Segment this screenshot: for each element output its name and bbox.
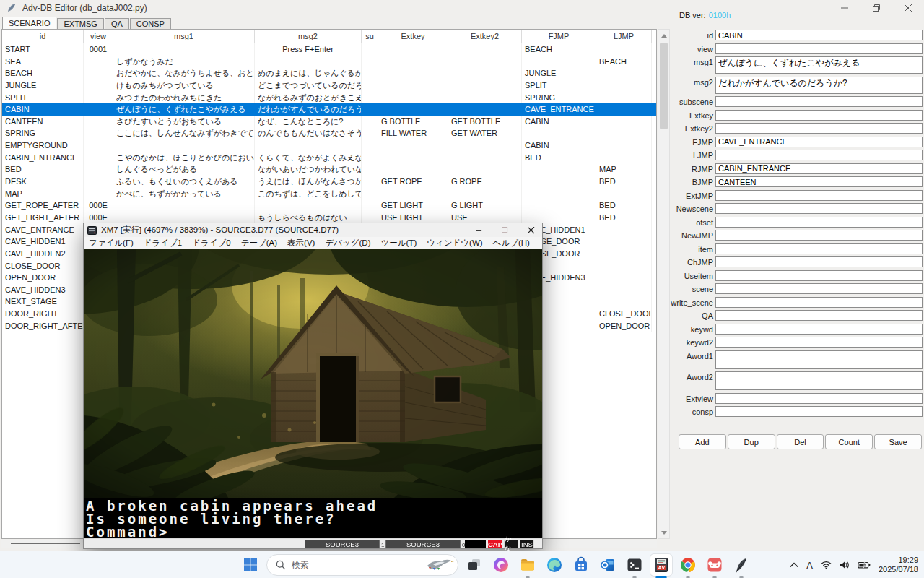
table-vertical-scrollbar[interactable]: [658, 29, 670, 539]
volume-icon[interactable]: [840, 561, 850, 569]
drive1-button[interactable]: SOURCE3: [305, 540, 380, 548]
column-header-view[interactable]: view: [84, 30, 113, 43]
table-row-CANTEEN[interactable]: CANTEENさびたすいとうがおちているなぜ、こんなところに?G BOTTLEG…: [2, 116, 656, 128]
wifi-icon[interactable]: [821, 561, 832, 569]
count-button[interactable]: Count: [825, 434, 873, 449]
field-input-view[interactable]: [715, 43, 923, 54]
xm7-menu-item[interactable]: ファイル(F): [84, 238, 139, 249]
field-input-write_scene[interactable]: [715, 297, 923, 308]
taskbar-icon-copilot[interactable]: [490, 554, 512, 576]
column-header-id[interactable]: id: [2, 30, 84, 43]
column-header-fjmp[interactable]: FJMP: [522, 30, 596, 43]
xm7-titlebar[interactable]: XM7 [実行] (4697% / 3839%) - SOURCE3.D77 (…: [84, 223, 542, 237]
tab-extmsg[interactable]: EXTMSG: [57, 18, 103, 29]
field-input-id[interactable]: [715, 30, 923, 40]
table-row-SPRING[interactable]: SPRINGここには、しんせんなみずがわきでているのんでももんだいはなさそうだF…: [2, 127, 656, 139]
scroll-up-arrow-icon[interactable]: [658, 30, 669, 41]
scroll-down-arrow-icon[interactable]: [658, 527, 669, 538]
table-row-SPLIT[interactable]: SPLITみつまたのわかれみちにきたながれるみずのおとがきこえるSPRING: [2, 92, 656, 104]
taskbar-icon-xm7[interactable]: [650, 554, 672, 576]
xm7-menu-item[interactable]: ドライブ0: [187, 238, 235, 249]
xm7-maximize-button[interactable]: [502, 227, 508, 233]
field-input-LJMP[interactable]: [715, 150, 923, 160]
field-input-Extkey[interactable]: [715, 110, 923, 121]
field-input-msg2[interactable]: [715, 77, 923, 94]
vertical-scroll-thumb[interactable]: [660, 43, 668, 129]
search-box[interactable]: 検索: [266, 554, 458, 576]
tab-scenario[interactable]: SCENARIO: [2, 17, 56, 29]
drive0-button[interactable]: SOURCE3: [385, 540, 461, 548]
taskbar-icon-edge[interactable]: [544, 554, 565, 576]
column-header-ljmp[interactable]: LJMP: [596, 30, 652, 43]
field-input-item[interactable]: [715, 243, 923, 254]
dup-button[interactable]: Dup: [728, 434, 775, 449]
taskbar-icon-store[interactable]: [570, 554, 592, 576]
battery-icon[interactable]: [858, 561, 871, 569]
add-button[interactable]: Add: [679, 434, 726, 449]
field-input-QA[interactable]: [715, 310, 923, 321]
xm7-menu-item[interactable]: テープ(A): [236, 238, 282, 249]
field-input-consp[interactable]: [715, 406, 923, 417]
field-input-FJMP[interactable]: [715, 137, 923, 147]
table-row-START[interactable]: START0001Press F+EnterBEACH: [2, 43, 656, 56]
taskbar-icon-outlook[interactable]: [597, 554, 619, 576]
field-input-Aword2[interactable]: [715, 371, 923, 390]
taskbar-icon-chrome[interactable]: [677, 554, 699, 576]
field-input-ExtJMP[interactable]: [715, 190, 923, 201]
tray-clock[interactable]: 19:29 2025/07/18: [879, 556, 918, 574]
column-header-msg2[interactable]: msg2: [255, 30, 362, 43]
field-input-Newscene[interactable]: [715, 203, 923, 214]
taskbar-icon-python-feather[interactable]: [731, 554, 752, 576]
field-input-msg1[interactable]: [715, 56, 923, 74]
field-input-ofset[interactable]: [715, 217, 923, 228]
xm7-menu-item[interactable]: ドライブ1: [139, 238, 187, 249]
xm7-menu-item[interactable]: ウィンドウ(W): [422, 238, 487, 249]
column-header-extkey2[interactable]: Extkey2: [448, 30, 522, 43]
table-row-EMPTYGROUND[interactable]: EMPTYGROUNDCABIN: [2, 139, 656, 152]
table-row-DESK[interactable]: DESKふるい、もくせいのつくえがあるうえには、ほんがなんさつかあるGET RO…: [2, 176, 656, 188]
taskbar-icon-task-view[interactable]: [463, 554, 485, 576]
field-input-Useitem[interactable]: [715, 270, 923, 281]
del-button[interactable]: Del: [777, 434, 824, 449]
minimize-button[interactable]: [829, 0, 860, 16]
field-input-keywd[interactable]: [715, 324, 923, 335]
save-button[interactable]: Save: [874, 434, 922, 449]
field-input-subscene[interactable]: [715, 96, 923, 107]
tab-qa[interactable]: QA: [105, 18, 129, 29]
field-input-RJMP[interactable]: [715, 163, 923, 174]
column-header-extkey[interactable]: Extkey: [378, 30, 448, 43]
field-input-Aword1[interactable]: [715, 350, 923, 369]
field-input-BJMP[interactable]: [715, 176, 923, 187]
column-header-msg1[interactable]: msg1: [113, 30, 255, 43]
field-input-scene[interactable]: [715, 283, 923, 294]
table-row-GET_ROPE_AFTER[interactable]: GET_ROPE_AFTER000EGET LIGHTG LIGHTBED: [2, 199, 656, 212]
field-input-ChJMP[interactable]: [715, 256, 923, 267]
close-button[interactable]: [892, 0, 924, 16]
column-header-su[interactable]: su: [362, 30, 378, 43]
xm7-menu-item[interactable]: デバッグ(D): [320, 238, 375, 249]
table-row-JUNGLE[interactable]: JUNGLEけものみちがつづいているどこまでつづいているのだろうSPLIT: [2, 79, 656, 92]
ime-indicator[interactable]: A: [806, 560, 813, 571]
table-row-SEA[interactable]: SEAしずかなうみだBEACH: [2, 56, 656, 68]
table-row-CABIN[interactable]: CABINぜんぼうに、くずれたこやがみえるだれかがすんでいるのだろうか?CAVE…: [2, 103, 656, 116]
taskbar-icon-explorer[interactable]: [517, 554, 539, 576]
xm7-close-button[interactable]: [528, 227, 535, 234]
xm7-menu-item[interactable]: ヘルプ(H): [488, 238, 535, 249]
restore-button[interactable]: [860, 0, 892, 16]
table-row-BED[interactable]: BEDしんぐるべっどがあるながいあいだつかわれていないようだMAP: [2, 163, 656, 176]
xm7-menu-item[interactable]: 表示(V): [282, 238, 320, 249]
tab-consp[interactable]: CONSP: [130, 18, 171, 29]
table-row-BEACH[interactable]: BEACHおだやかに、なみがうちよせる、おとがするめのまえには、じゃんぐるがある…: [2, 67, 656, 79]
taskbar-icon-game-app[interactable]: [704, 554, 725, 576]
taskbar-icon-terminal[interactable]: [624, 554, 645, 576]
field-input-Extkey2[interactable]: [715, 123, 923, 134]
start-button[interactable]: [240, 554, 261, 576]
main-titlebar[interactable]: Adv-DB Editor (db_dataJ002.py): [0, 0, 924, 16]
xm7-minimize-button[interactable]: [476, 227, 482, 233]
field-input-keywd2[interactable]: [715, 337, 923, 348]
tray-chevron-up-icon[interactable]: [790, 562, 798, 568]
horizontal-scroll-thumb[interactable]: [11, 543, 80, 544]
field-input-NewJMP[interactable]: [715, 230, 923, 241]
table-row-MAP[interactable]: MAPかべに、ちずがかかっているこのちずは、どこをしめしているのか: [2, 188, 656, 200]
xm7-menu-item[interactable]: ツール(T): [376, 238, 422, 249]
